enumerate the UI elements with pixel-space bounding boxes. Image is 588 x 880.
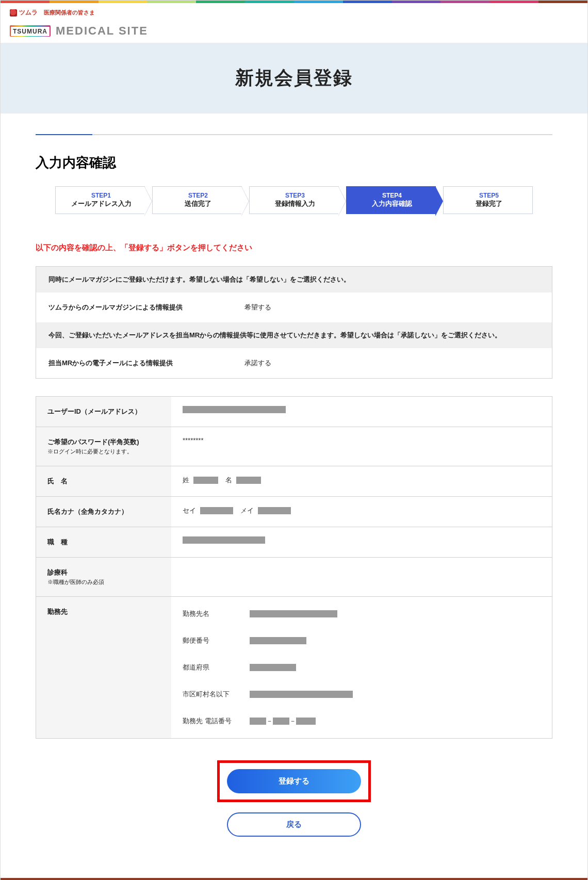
confirm-notice: 以下の内容を確認の上、「登録する」ボタンを押してください — [36, 243, 552, 253]
masked-work-zip — [250, 637, 306, 644]
mailmag-box: 同時にメールマガジンにご登録いただけます。希望しない場合は「希望しない」をご選択… — [36, 266, 552, 379]
accent-line — [36, 134, 552, 135]
masked-occupation — [183, 536, 265, 544]
masked-tel-1 — [250, 718, 266, 725]
label-kana-sei: セイ — [183, 506, 196, 515]
mailmag-label: ツムラからのメールマガジンによる情報提供 — [48, 303, 244, 312]
header-row1: ツムラ 医療関係者の皆さま — [1, 3, 587, 24]
row-work: 勤務先 勤務先名 郵便番号 都道府県 — [36, 597, 552, 738]
masked-work-addr — [250, 691, 353, 698]
back-button[interactable]: 戻る — [227, 812, 361, 837]
top-color-stripe — [1, 1, 587, 3]
mailmag-header: 同時にメールマガジンにご登録いただけます。希望しない場合は「希望しない」をご選択… — [36, 267, 552, 292]
step-1: STEP1メールアドレス入力 — [55, 186, 145, 214]
note-password: ※ログイン時に必要となります。 — [47, 448, 160, 455]
value-password: ******** — [171, 427, 552, 466]
step-number: STEP2 — [159, 192, 237, 199]
tsumura-logo-icon — [10, 9, 17, 17]
step-number: STEP1 — [62, 192, 140, 199]
step-number: STEP3 — [256, 192, 334, 199]
masked-work-name — [250, 610, 337, 617]
label-work-pref: 都道府県 — [183, 663, 250, 672]
mr-mail-value: 承諾する — [244, 358, 271, 368]
label-work-name: 勤務先名 — [183, 609, 250, 618]
label-kana-mei: メイ — [240, 506, 254, 515]
label-work-addr: 市区町村名以下 — [183, 690, 250, 699]
step-label: 登録情報入力 — [256, 199, 334, 208]
page-title: 新規会員登録 — [1, 66, 587, 91]
step-2: STEP2送信完了 — [152, 186, 242, 214]
step-progress: STEP1メールアドレス入力STEP2送信完了STEP3登録情報入力STEP4入… — [36, 186, 552, 214]
masked-work-pref — [250, 664, 296, 671]
row-user-id: ユーザーID（メールアドレス） — [36, 397, 552, 427]
masked-kana-mei — [258, 507, 291, 514]
step-5: STEP5登録完了 — [443, 186, 533, 214]
header-row2: TSUMURA MEDiCAL SiTE — [1, 24, 587, 43]
label-name: 氏 名 — [36, 466, 171, 496]
sub-heading: 入力内容確認 — [36, 154, 552, 172]
row-name: 氏 名 姓 名 — [36, 466, 552, 497]
tsumura-logo-text: ツムラ — [19, 8, 38, 17]
masked-mei — [236, 477, 261, 484]
confirmation-table: ユーザーID（メールアドレス） ご希望のパスワード(半角英数) ※ログイン時に必… — [36, 396, 552, 739]
label-department: 診療科 — [47, 568, 68, 576]
step-label: メールアドレス入力 — [62, 199, 140, 208]
note-department: ※職種が医師のみ必須 — [47, 578, 160, 586]
label-password: ご希望のパスワード(半角英数) — [47, 438, 139, 446]
step-number: STEP4 — [353, 192, 431, 199]
tsumura-logo: ツムラ — [10, 8, 38, 17]
row-password: ご希望のパスワード(半角英数) ※ログイン時に必要となります。 ******** — [36, 427, 552, 466]
label-mei: 名 — [225, 476, 232, 485]
row-kana: 氏名カナ（全角カタカナ） セイ メイ — [36, 497, 552, 527]
header-subtitle: 医療関係者の皆さま — [44, 9, 95, 17]
step-label: 登録完了 — [450, 199, 528, 208]
submit-highlight: 登録する — [217, 760, 371, 802]
label-work-tel: 勤務先 電話番号 — [183, 716, 250, 726]
step-3: STEP3登録情報入力 — [249, 186, 339, 214]
masked-tel-2 — [273, 718, 289, 725]
value-user-id — [171, 397, 552, 427]
label-sei: 姓 — [183, 476, 189, 485]
mr-mail-header: 今回、ご登録いただいたメールアドレスを担当MRからの情報提供等に使用させていただ… — [36, 322, 552, 348]
mailmag-value: 希望する — [244, 303, 271, 312]
masked-kana-sei — [200, 507, 233, 514]
masked-tel-3 — [296, 718, 316, 725]
label-work: 勤務先 — [36, 597, 171, 738]
masked-user-id — [183, 406, 286, 413]
row-occupation: 職 種 — [36, 527, 552, 558]
step-number: STEP5 — [450, 192, 528, 199]
label-kana: 氏名カナ（全角カタカナ） — [36, 497, 171, 527]
step-4: STEP4入力内容確認 — [346, 186, 436, 214]
tsumura-badge: TSUMURA — [10, 25, 51, 37]
mr-mail-label: 担当MRからの電子メールによる情報提供 — [48, 358, 244, 368]
footer-copyright: Copyright (C) TSUMURA & CO. All Rights R… — [1, 878, 587, 880]
site-name: MEDiCAL SiTE — [56, 24, 148, 38]
submit-button[interactable]: 登録する — [227, 769, 361, 793]
label-work-zip: 郵便番号 — [183, 636, 250, 645]
masked-sei — [193, 477, 218, 484]
value-department — [171, 558, 552, 596]
step-label: 送信完了 — [159, 199, 237, 208]
step-label: 入力内容確認 — [353, 199, 431, 208]
label-occupation: 職 種 — [36, 527, 171, 557]
label-user-id: ユーザーID（メールアドレス） — [36, 397, 171, 427]
hero-banner: 新規会員登録 — [1, 43, 587, 113]
row-department: 診療科 ※職種が医師のみ必須 — [36, 558, 552, 597]
